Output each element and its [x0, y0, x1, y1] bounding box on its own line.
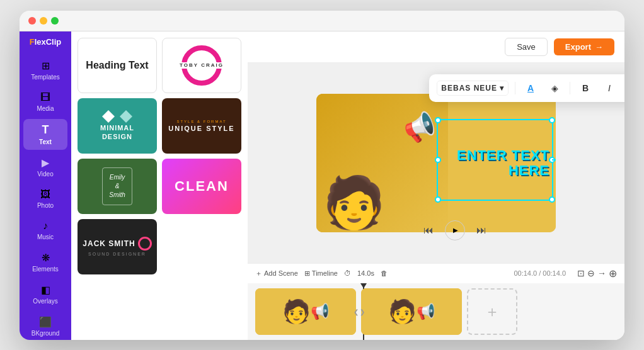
template-card-toby[interactable]: TOBY CRAIG: [162, 38, 241, 93]
template-card-minimal[interactable]: MINIMAL DESIGN: [78, 98, 157, 154]
timeline-tools: 🗑: [381, 269, 388, 277]
unique-text: UNIQUE STYLE: [168, 125, 234, 132]
plus-icon: ＋: [255, 269, 262, 278]
add-clip-icon: ＋: [485, 302, 500, 322]
sidebar-item-text[interactable]: T Text: [23, 119, 67, 150]
template-card-unique[interactable]: STYLE & FORMAT UNIQUE STYLE: [162, 98, 241, 154]
sidebar-item-overlays[interactable]: ◧ Overlays: [23, 279, 67, 309]
font-selector[interactable]: BEBAS NEUE ▾: [437, 81, 509, 96]
text-toolbar: BEBAS NEUE ▾ A ◈ B I: [429, 74, 624, 102]
sidebar-item-video[interactable]: ▶ Video: [23, 152, 67, 182]
main-area: Save Export → BEBAS NEUE ▾ A: [248, 31, 624, 340]
export-button[interactable]: Export →: [554, 38, 614, 55]
music-icon: ♪: [43, 220, 48, 232]
sidebar-label-overlays: Overlays: [33, 298, 57, 305]
timeline-main: 🧑 📢 🧑 📢 ＋ ❮ ❯: [248, 283, 624, 340]
italic-icon: I: [608, 83, 611, 93]
close-dot[interactable]: [28, 17, 36, 25]
top-bar: Save Export →: [248, 31, 624, 63]
timeline-bar: ＋ Add Scene ⊞ Timeline ⏱ 14.0s 🗑 00:14.0…: [248, 263, 624, 283]
zoom-out-icon[interactable]: ⊖: [587, 268, 595, 278]
sidebar-item-media[interactable]: 🎞 Media: [23, 88, 67, 116]
jack-circle: [138, 237, 152, 251]
minimal-text: MINIMAL DESIGN: [100, 124, 134, 140]
bold-button[interactable]: B: [577, 79, 594, 97]
emily-text: Emily & Smith: [102, 167, 132, 205]
fit-icon[interactable]: ⊡: [577, 268, 585, 278]
save-button[interactable]: Save: [505, 38, 548, 56]
sidebar-label-bkground: BKground: [32, 330, 59, 337]
maximize-dot[interactable]: [51, 17, 59, 25]
timeline-button[interactable]: ⊞ Timeline: [304, 269, 338, 278]
megaphone: 📢: [400, 108, 439, 146]
export-label: Export: [565, 42, 591, 52]
media-icon: 🎞: [40, 92, 50, 103]
sidebar-item-bkground[interactable]: ⬛ BKground: [23, 312, 67, 340]
add-clip-button[interactable]: ＋: [467, 288, 517, 335]
timeline-clip-2[interactable]: 🧑 📢: [361, 288, 462, 335]
zoom-in-icon[interactable]: →: [597, 268, 606, 278]
template-panel: Heading Text TOBY CRAIG: [71, 31, 248, 340]
italic-button[interactable]: I: [601, 79, 618, 97]
app-window: FlexClip ⊞ Templates 🎞 Media T Text ▶ Vi…: [20, 11, 624, 340]
clip1-person: 🧑: [282, 298, 311, 325]
sidebar-item-templates[interactable]: ⊞ Templates: [23, 55, 67, 85]
player-controls: ⏮ ▶ ⏭: [423, 220, 486, 240]
text-icon: T: [42, 123, 49, 137]
next-button[interactable]: ⏭: [476, 225, 486, 236]
clip1-mega: 📢: [311, 303, 330, 320]
clean-text: CLEAN: [175, 178, 229, 195]
add-scene-label: Add Scene: [264, 269, 298, 277]
elements-icon: ❋: [42, 252, 50, 264]
canvas-person: 🧑 📢: [316, 94, 448, 232]
bold-icon: B: [582, 83, 589, 93]
canvas-text-area[interactable]: ENTER TEXT HERE: [442, 147, 549, 178]
toby-inner: TOBY CRAIG: [180, 43, 224, 88]
jack-sub: SOUND DESIGNER: [88, 252, 146, 256]
svg-marker-3: [120, 110, 132, 123]
sidebar-label-music: Music: [37, 234, 54, 240]
timeline-clip-1[interactable]: 🧑 📢: [255, 288, 356, 335]
add-scene-button[interactable]: ＋ Add Scene: [255, 269, 298, 278]
logo: FlexClip: [26, 38, 66, 47]
delete-icon[interactable]: 🗑: [381, 269, 388, 277]
clip2-mega: 📢: [417, 303, 435, 320]
color-a-icon: A: [527, 83, 534, 93]
sidebar-item-music[interactable]: ♪ Music: [23, 216, 67, 245]
chevron-down-icon: ▾: [500, 84, 504, 93]
toolbar-separator: [515, 82, 515, 94]
sidebar-label-text: Text: [39, 138, 52, 145]
template-card-clean[interactable]: CLEAN: [162, 159, 241, 214]
fill-color-button[interactable]: ◈: [546, 79, 563, 97]
export-arrow: →: [595, 42, 603, 52]
unique-sub: STYLE & FORMAT: [176, 120, 226, 123]
person-figure: 🧑: [323, 173, 386, 232]
titlebar: [20, 11, 624, 31]
sidebar-label-elements: Elements: [32, 266, 59, 273]
minimize-dot[interactable]: [40, 17, 47, 25]
photo-icon: 🖼: [40, 189, 50, 200]
collapse-arrows[interactable]: ❮ ❯: [354, 308, 365, 315]
sidebar-label-media: Media: [37, 105, 54, 112]
sidebar-label-photo: Photo: [37, 202, 54, 209]
timeline-right-tools: ⊡ ⊖ → ⊕: [577, 268, 617, 279]
font-name: BEBAS NEUE: [441, 84, 497, 93]
add-timeline-icon[interactable]: ⊕: [609, 268, 617, 279]
sidebar: FlexClip ⊞ Templates 🎞 Media T Text ▶ Vi…: [20, 31, 71, 340]
jack-text: JACK SMITH: [83, 239, 135, 248]
template-card-emily[interactable]: Emily & Smith: [78, 159, 157, 214]
play-button[interactable]: ▶: [445, 220, 465, 240]
duration-label: 14.0s: [357, 269, 374, 277]
template-card-jack[interactable]: JACK SMITH SOUND DESIGNER: [78, 219, 157, 274]
jack-row: JACK SMITH: [83, 237, 151, 251]
prev-button[interactable]: ⏮: [423, 225, 434, 236]
overlays-icon: ◧: [41, 284, 50, 296]
sidebar-label-templates: Templates: [31, 74, 60, 81]
sidebar-item-photo[interactable]: 🖼 Photo: [23, 184, 67, 213]
text-color-button[interactable]: A: [522, 79, 539, 97]
sidebar-item-elements[interactable]: ❋ Elements: [23, 247, 67, 277]
bkground-icon: ⬛: [39, 316, 52, 328]
fill-icon: ◈: [551, 83, 558, 93]
template-card-heading[interactable]: Heading Text: [78, 38, 157, 93]
timeline-time: 00:14.0 / 00:14.0: [514, 269, 566, 277]
